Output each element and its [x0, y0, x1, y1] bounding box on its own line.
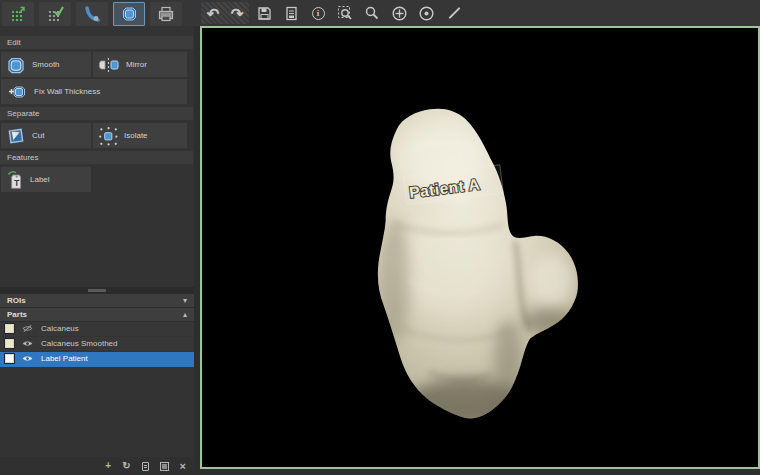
redo-button[interactable]: ↷ — [225, 2, 249, 24]
visibility-off-icon[interactable] — [21, 324, 33, 333]
smooth-cube-icon — [6, 55, 26, 75]
print-icon — [157, 5, 175, 23]
annotate-button[interactable] — [441, 2, 465, 24]
label-tag-icon: T — [6, 170, 24, 190]
main-area: Edit Smooth Mirror — [0, 26, 760, 475]
tab-measure[interactable] — [76, 2, 108, 26]
cut-icon — [6, 126, 26, 146]
fix-wall-icon — [6, 83, 28, 100]
duplicate-icon — [142, 462, 149, 471]
measure-tool-icon — [83, 5, 101, 23]
part-row-calcaneus[interactable]: Calcaneus — [0, 322, 194, 337]
info-icon: i — [312, 7, 325, 20]
isolate-icon — [98, 126, 118, 146]
grid-check-icon — [47, 5, 64, 22]
undo-button[interactable]: ↶ — [201, 2, 225, 24]
model-cube-icon — [121, 5, 138, 22]
properties-icon — [160, 462, 169, 471]
section-header-separate: Separate — [0, 107, 193, 120]
export-pdf-button[interactable] — [279, 2, 303, 24]
svg-text:T: T — [14, 178, 20, 188]
tab-grid-check[interactable] — [39, 2, 71, 26]
tools-scrollbar[interactable] — [0, 287, 194, 294]
export-pdf-icon — [284, 6, 299, 21]
pan-button[interactable] — [387, 2, 411, 24]
grid-add-icon — [10, 5, 27, 22]
mirror-label: Mirror — [126, 60, 147, 69]
section-header-features: Features — [0, 151, 193, 164]
delete-button[interactable]: × — [180, 461, 186, 472]
chevron-down-icon[interactable]: ▾ — [183, 296, 187, 305]
bone-model-render: Patient A — [202, 28, 758, 467]
parts-title: Parts — [7, 310, 27, 319]
scrollbar-thumb[interactable] — [88, 289, 106, 292]
part-color-swatch[interactable] — [5, 339, 14, 348]
zoom-region-button[interactable] — [333, 2, 357, 24]
mirror-button[interactable]: Mirror — [93, 52, 187, 77]
cut-label: Cut — [32, 131, 44, 140]
rois-title: ROIs — [7, 296, 26, 305]
viewport-3d[interactable]: Patient A — [200, 26, 760, 469]
add-part-button[interactable]: + — [105, 461, 111, 471]
zoom-region-icon — [337, 5, 354, 22]
rotate-icon — [418, 5, 435, 22]
label-button[interactable]: T Label — [1, 167, 91, 192]
part-row-label-patient[interactable]: Label Patient — [0, 352, 194, 367]
visibility-on-icon[interactable] — [21, 339, 33, 348]
tab-print[interactable] — [150, 2, 182, 26]
rois-header[interactable]: ROIs ▾ — [0, 294, 194, 308]
isolate-button[interactable]: Isolate — [93, 123, 187, 148]
save-button[interactable] — [252, 2, 276, 24]
tool-panel: Edit Smooth Mirror — [0, 26, 194, 475]
edit-toolbar: ↶ ↷ i — [198, 2, 465, 24]
part-row-calcaneus-smoothed[interactable]: Calcaneus Smoothed — [0, 337, 194, 352]
duplicate-button[interactable] — [142, 462, 149, 471]
part-name: Calcaneus — [41, 324, 79, 333]
app-mode-tabs — [0, 1, 198, 26]
tab-grid-add[interactable] — [2, 2, 34, 26]
part-color-swatch[interactable] — [5, 324, 14, 333]
pan-icon — [391, 5, 408, 22]
fix-wall-thickness-button[interactable]: Fix Wall Thickness — [1, 79, 187, 104]
mirror-icon — [98, 57, 120, 73]
chevron-up-icon[interactable]: ▴ — [183, 310, 187, 319]
smooth-label: Smooth — [32, 60, 60, 69]
smooth-button[interactable]: Smooth — [1, 52, 91, 77]
zoom-button[interactable] — [360, 2, 384, 24]
part-color-swatch[interactable] — [5, 354, 14, 363]
visibility-on-icon[interactable] — [21, 354, 33, 363]
rotate-button[interactable] — [414, 2, 438, 24]
fix-wall-thickness-label: Fix Wall Thickness — [34, 87, 100, 96]
part-name: Label Patient — [41, 354, 88, 363]
zoom-icon — [364, 5, 380, 21]
save-icon — [257, 6, 272, 21]
info-button[interactable]: i — [306, 2, 330, 24]
top-toolbar: ↶ ↷ i — [0, 0, 760, 26]
pen-icon — [446, 6, 460, 20]
refresh-button[interactable]: ↻ — [122, 461, 130, 471]
tab-model[interactable] — [113, 2, 145, 26]
parts-header[interactable]: Parts ▴ — [0, 308, 194, 322]
properties-button[interactable] — [160, 462, 169, 471]
part-name: Calcaneus Smoothed — [41, 339, 118, 348]
parts-actions-bar: + ↻ × — [0, 457, 194, 475]
isolate-label: Isolate — [124, 131, 148, 140]
label-label: Label — [30, 175, 50, 184]
section-header-edit: Edit — [0, 36, 193, 49]
cut-button[interactable]: Cut — [1, 123, 91, 148]
